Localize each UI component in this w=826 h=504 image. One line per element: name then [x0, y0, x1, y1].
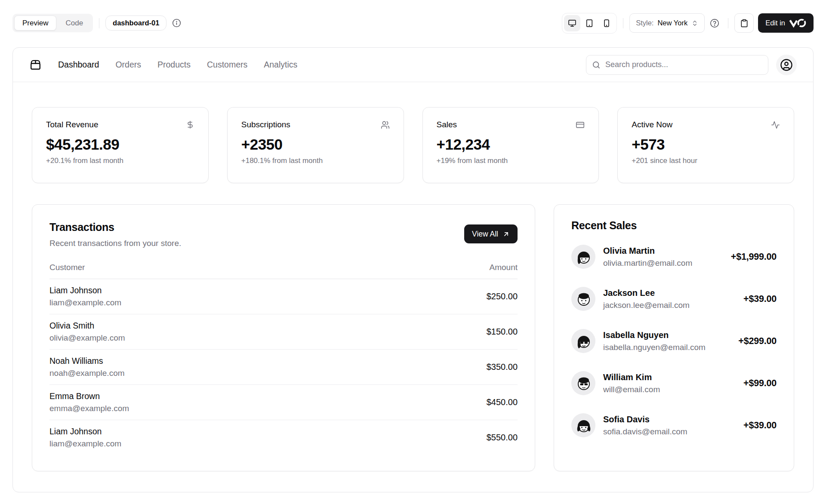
transaction-amount: $550.00: [487, 433, 518, 443]
stat-value: +573: [632, 136, 780, 153]
view-mode-tabs: Preview Code: [12, 14, 93, 32]
list-item: Jackson Lee jackson.lee@email.com +$39.0…: [571, 287, 777, 311]
package-logo-icon[interactable]: [29, 58, 42, 71]
desktop-view-button[interactable]: [564, 15, 580, 31]
list-item: Isabella Nguyen isabella.nguyen@email.co…: [571, 329, 777, 353]
activity-icon: [771, 120, 780, 129]
avatar: [571, 413, 595, 437]
smartphone-icon: [602, 19, 611, 28]
list-item: William Kim will@email.com +$99.00: [571, 371, 777, 395]
stat-change: +20.1% from last month: [46, 157, 194, 165]
nav-link-orders[interactable]: Orders: [115, 60, 141, 70]
arrow-up-right-icon: [502, 230, 510, 238]
stat-card-sales: Sales +12,234 +19% from last month: [422, 107, 599, 183]
transactions-card: Transactions Recent transactions from yo…: [32, 204, 535, 471]
nav-link-products[interactable]: Products: [157, 60, 191, 70]
sale-customer-email: sofia.davis@email.com: [603, 427, 687, 436]
sale-customer-email: olivia.martin@email.com: [603, 258, 692, 268]
copy-code-button[interactable]: [734, 13, 754, 33]
stat-change: +19% from last month: [437, 157, 585, 165]
sale-customer-email: jackson.lee@email.com: [603, 301, 690, 310]
tab-preview[interactable]: Preview: [14, 15, 56, 31]
v0-logo-icon: [789, 18, 806, 28]
stat-value: +2350: [241, 136, 390, 153]
stat-card-active-now: Active Now +573 +201 since last hour: [617, 107, 794, 183]
sale-customer-name: Jackson Lee: [603, 288, 690, 298]
circle-user-icon: [780, 58, 793, 71]
sale-amount: +$39.00: [743, 294, 777, 304]
style-value: New York: [657, 19, 687, 27]
mobile-view-button[interactable]: [598, 15, 615, 31]
transactions-title: Transactions: [49, 221, 181, 234]
customer-name: Noah Williams: [49, 356, 125, 366]
column-header-customer: Customer: [49, 263, 85, 272]
table-row: Olivia Smith olivia@example.com $150.00: [49, 314, 518, 350]
avatar: [571, 287, 595, 311]
recent-sales-title: Recent Sales: [571, 219, 777, 232]
customer-email: liam@example.com: [49, 439, 121, 449]
search-input[interactable]: [586, 55, 768, 74]
customer-email: olivia@example.com: [49, 333, 125, 343]
avatar: [571, 371, 595, 395]
user-menu-button[interactable]: [776, 55, 797, 75]
view-all-button[interactable]: View All: [464, 224, 518, 243]
stat-card-subscriptions: Subscriptions +2350 +180.1% from last mo…: [227, 107, 404, 183]
stat-value: $45,231.89: [46, 136, 194, 153]
transaction-amount: $250.00: [487, 292, 518, 301]
edit-in-v0-label: Edit in: [765, 19, 785, 27]
transactions-table: Customer Amount Liam Johnson liam@exampl…: [49, 263, 518, 455]
clipboard-icon: [740, 19, 749, 28]
nav-links: Dashboard Orders Products Customers Anal…: [58, 60, 297, 70]
style-label: Style:: [636, 19, 653, 27]
credit-card-icon: [576, 120, 585, 129]
view-all-label: View All: [472, 230, 498, 239]
monitor-icon: [568, 19, 576, 28]
transaction-amount: $150.00: [487, 327, 518, 337]
table-row: Liam Johnson liam@example.com $550.00: [49, 420, 518, 455]
customer-email: liam@example.com: [49, 298, 121, 307]
sale-customer-email: will@email.com: [603, 385, 660, 394]
recent-sales-card: Recent Sales Olivia Martin olivia.martin…: [554, 204, 794, 471]
customer-name: Olivia Smith: [49, 321, 125, 331]
customer-email: noah@example.com: [49, 369, 125, 378]
sale-amount: +$39.00: [743, 420, 777, 431]
recent-sales-list: Olivia Martin olivia.martin@email.com +$…: [571, 245, 777, 437]
stat-card-total-revenue: Total Revenue $45,231.89 +20.1% from las…: [32, 107, 209, 183]
block-name-badge[interactable]: dashboard-01: [105, 15, 166, 31]
nav-link-analytics[interactable]: Analytics: [264, 60, 297, 70]
list-item: Olivia Martin olivia.martin@email.com +$…: [571, 245, 777, 269]
sale-amount: +$1,999.00: [731, 252, 777, 262]
dashboard-preview-frame: Dashboard Orders Products Customers Anal…: [12, 47, 814, 492]
toolbar-divider: [99, 18, 99, 28]
column-header-amount: Amount: [490, 263, 518, 272]
table-row: Emma Brown emma@example.com $450.00: [49, 385, 518, 420]
info-icon: [172, 18, 181, 28]
stat-title: Subscriptions: [241, 120, 290, 129]
circle-help-icon: [710, 18, 719, 28]
tab-code[interactable]: Code: [57, 15, 91, 31]
chevrons-up-down-icon: [691, 20, 698, 27]
edit-in-v0-button[interactable]: Edit in: [758, 13, 814, 33]
stat-title: Sales: [437, 120, 457, 129]
customer-email: emma@example.com: [49, 404, 129, 413]
tablet-view-button[interactable]: [581, 15, 598, 31]
customer-name: Liam Johnson: [49, 427, 121, 436]
stats-row: Total Revenue $45,231.89 +20.1% from las…: [32, 107, 794, 183]
avatar: [571, 329, 595, 353]
sale-amount: +$99.00: [743, 378, 777, 389]
info-button[interactable]: [169, 16, 184, 31]
device-toggle-group: [562, 13, 617, 34]
toolbar-divider: [623, 18, 623, 28]
transactions-subtitle: Recent transactions from your store.: [49, 239, 181, 248]
search-box: [586, 55, 768, 75]
nav-link-dashboard[interactable]: Dashboard: [58, 60, 99, 70]
stat-change: +201 since last hour: [632, 157, 780, 165]
bottom-row: Transactions Recent transactions from yo…: [32, 204, 794, 471]
dashboard-navbar: Dashboard Orders Products Customers Anal…: [13, 48, 813, 82]
nav-link-customers[interactable]: Customers: [207, 60, 247, 70]
style-select[interactable]: Style: New York: [629, 13, 705, 33]
stat-title: Total Revenue: [46, 120, 98, 129]
customer-name: Emma Brown: [49, 391, 129, 401]
transaction-amount: $450.00: [487, 397, 518, 407]
help-button[interactable]: [707, 16, 722, 31]
